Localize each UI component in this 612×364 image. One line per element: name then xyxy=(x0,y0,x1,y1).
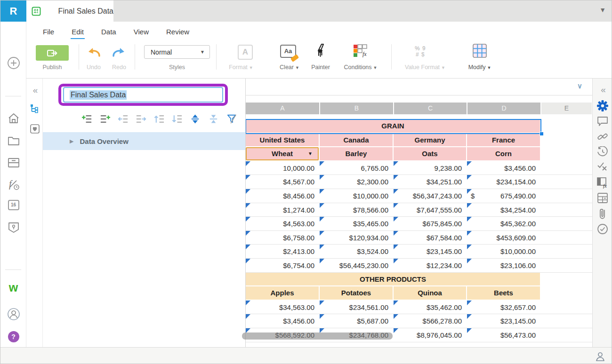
link-icon[interactable] xyxy=(593,132,612,142)
redo-icon[interactable] xyxy=(112,46,127,58)
data-cell[interactable]: 10,000.00 xyxy=(246,161,320,175)
data-cell[interactable]: $10,000.00 xyxy=(467,245,541,258)
menu-view[interactable]: View xyxy=(133,24,150,39)
header-cell[interactable]: Barley xyxy=(320,147,394,161)
history-icon[interactable] xyxy=(593,146,612,158)
data-cell[interactable]: $35,462.00 xyxy=(394,301,467,314)
data-cell[interactable]: $5,687.00 xyxy=(320,314,394,328)
data-cell[interactable]: $2,413.00 xyxy=(246,245,320,258)
empty-cell[interactable] xyxy=(541,286,592,301)
empty-cell[interactable] xyxy=(541,217,592,230)
home-icon[interactable] xyxy=(0,112,26,125)
header-cell[interactable]: France xyxy=(467,134,541,148)
column-header-d[interactable]: D xyxy=(467,103,540,114)
bookmark-heart-icon[interactable] xyxy=(26,124,43,134)
data-cell[interactable]: $675,845.00 xyxy=(394,217,467,230)
empty-cell[interactable] xyxy=(541,328,592,342)
empty-cell[interactable] xyxy=(541,134,592,148)
menu-edit[interactable]: Edit xyxy=(71,24,85,39)
formula-history-icon[interactable]: f xyxy=(0,178,26,191)
document-tab[interactable]: Final Sales Data xyxy=(26,0,113,22)
section-title-cell[interactable]: GRAIN xyxy=(246,119,541,134)
modify-icon[interactable] xyxy=(472,43,487,58)
data-cell[interactable]: $35,465.00 xyxy=(320,217,394,230)
empty-cell[interactable] xyxy=(541,245,592,258)
conditions-icon[interactable]: fx xyxy=(352,43,368,59)
tree-expand-icon[interactable]: ▶ xyxy=(70,138,73,144)
data-cell[interactable]: $453,609.00 xyxy=(467,231,541,245)
menu-file[interactable]: File xyxy=(42,24,55,39)
approvals-icon[interactable] xyxy=(593,223,612,235)
header-cell[interactable]: Beets xyxy=(467,286,541,301)
formula-bar-toggle-icon[interactable]: ∨ xyxy=(577,82,582,90)
data-cell[interactable]: $2,300.00 xyxy=(320,175,394,189)
insert-row-below-icon[interactable] xyxy=(100,114,111,124)
empty-cell[interactable] xyxy=(541,314,592,328)
empty-cell[interactable] xyxy=(541,175,592,189)
header-cell[interactable]: Potatoes xyxy=(320,286,394,301)
data-cell[interactable]: $34,251.00 xyxy=(394,175,467,189)
collapse-all-icon[interactable] xyxy=(208,114,219,124)
data-cell[interactable]: $1,274.00 xyxy=(246,203,320,217)
header-cell[interactable]: Oats xyxy=(394,147,467,161)
data-cell[interactable]: $23,106.00 xyxy=(467,259,541,272)
move-down-icon[interactable] xyxy=(172,114,183,124)
data-cell[interactable]: $10,000.00 xyxy=(320,189,394,203)
data-cell[interactable]: $566,278.00 xyxy=(394,314,467,328)
calendar-icon[interactable]: 16 xyxy=(0,200,26,210)
data-cell[interactable]: $6,754.00 xyxy=(246,259,320,272)
data-cell[interactable]: $6,758.00 xyxy=(246,231,320,245)
data-cell[interactable]: $675,490.00 xyxy=(467,189,541,203)
column-header-a[interactable]: A xyxy=(246,103,319,114)
data-cell[interactable]: $7,647,555.00 xyxy=(394,203,467,217)
tag-icon[interactable] xyxy=(0,222,26,234)
header-cell[interactable]: Corn xyxy=(467,147,541,161)
horizontal-scrollbar[interactable] xyxy=(242,332,393,340)
empty-cell[interactable] xyxy=(541,119,592,134)
settings-icon[interactable] xyxy=(593,100,612,112)
account-icon[interactable] xyxy=(0,308,26,321)
column-header-c[interactable]: C xyxy=(394,103,467,114)
outdent-icon[interactable] xyxy=(118,114,129,124)
folder-icon[interactable] xyxy=(0,135,26,146)
data-cell[interactable]: $8,976,045.00 xyxy=(394,328,467,342)
data-cell[interactable]: $120,934.00 xyxy=(320,231,394,245)
section-title-cell[interactable]: OTHER PRODUCTS xyxy=(246,273,541,287)
brand-logo[interactable]: w xyxy=(0,281,26,293)
data-cell[interactable]: $3,456.00 xyxy=(467,161,541,175)
collapse-panel-icon[interactable]: « xyxy=(26,85,43,95)
data-cell[interactable]: $34,254.00 xyxy=(467,203,541,217)
indent-icon[interactable] xyxy=(136,114,146,124)
header-cell[interactable]: Quinoa xyxy=(394,286,467,301)
data-cell[interactable]: $34,563.00 xyxy=(246,301,320,314)
data-cell[interactable]: $56,347,243.00 xyxy=(394,189,467,203)
table-options-icon[interactable] xyxy=(593,192,612,204)
data-cell[interactable]: $4,563.00 xyxy=(246,217,320,230)
outline-tree-icon[interactable] xyxy=(26,103,43,114)
tree-item-data-overview[interactable]: ▶ Data Overview xyxy=(43,132,245,150)
attachments-icon[interactable] xyxy=(593,208,612,220)
data-cell[interactable]: $56,445,230.00 xyxy=(320,259,394,272)
data-cell[interactable]: $23,145.00 xyxy=(467,314,541,328)
add-icon[interactable] xyxy=(0,56,26,70)
empty-cell[interactable] xyxy=(541,273,592,287)
empty-cell[interactable] xyxy=(541,231,592,245)
archive-icon[interactable] xyxy=(0,157,26,168)
collapse-right-panel-icon[interactable]: « xyxy=(593,85,612,95)
data-cell[interactable]: $32,657.00 xyxy=(467,301,541,314)
data-cell[interactable]: $4,567.00 xyxy=(246,175,320,189)
ribbon-collapse-icon[interactable]: ▼ xyxy=(599,6,606,14)
data-cell[interactable]: $23,145.00 xyxy=(394,245,467,258)
publish-button[interactable] xyxy=(36,45,69,61)
empty-cell[interactable] xyxy=(541,259,592,272)
help-icon[interactable]: ? xyxy=(0,331,26,342)
clear-filter-icon[interactable] xyxy=(226,114,238,124)
empty-cell[interactable] xyxy=(541,203,592,217)
user-presence-icon[interactable] xyxy=(595,351,606,362)
column-header-b[interactable]: B xyxy=(320,103,393,114)
move-up-icon[interactable] xyxy=(154,114,165,124)
header-cell[interactable]: Canada xyxy=(320,134,394,148)
painter-icon[interactable] xyxy=(314,43,327,59)
header-cell[interactable]: Germany xyxy=(394,134,467,148)
data-cell[interactable]: $67,584.00 xyxy=(394,231,467,245)
